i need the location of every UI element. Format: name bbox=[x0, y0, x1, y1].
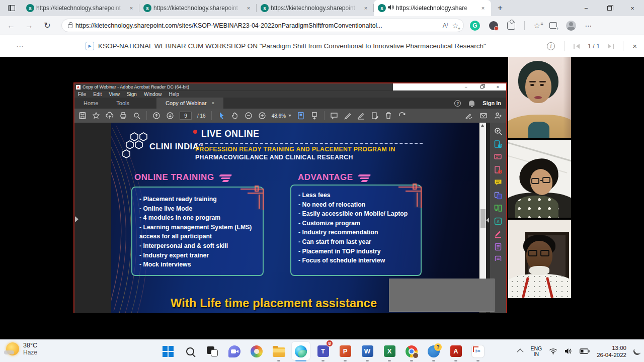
protect-tool-icon[interactable] bbox=[494, 242, 503, 251]
sign-in-button[interactable]: Sign In bbox=[482, 100, 501, 106]
email-icon[interactable] bbox=[479, 112, 488, 120]
acrobat-tab-home[interactable]: Home bbox=[74, 98, 107, 109]
save-icon[interactable] bbox=[78, 112, 87, 120]
tab-close-icon[interactable]: × bbox=[245, 4, 253, 12]
more-tools-icon[interactable] bbox=[494, 255, 503, 261]
word-button[interactable]: W bbox=[356, 340, 378, 362]
hand-tool-icon[interactable] bbox=[231, 112, 239, 120]
pen-share-icon[interactable] bbox=[465, 112, 473, 120]
chrome-button[interactable] bbox=[400, 340, 423, 362]
menu-file[interactable]: File bbox=[74, 92, 90, 97]
star-icon[interactable] bbox=[92, 112, 100, 120]
menu-edit[interactable]: Edit bbox=[90, 92, 105, 97]
teams-button[interactable]: T8 bbox=[312, 340, 334, 362]
address-bar[interactable]: https://kietechnology.sharepoint.com/sit… bbox=[61, 19, 464, 32]
delete-icon[interactable] bbox=[384, 112, 392, 120]
scrollbar-thumb[interactable] bbox=[480, 209, 486, 228]
new-tab-button[interactable]: + bbox=[493, 1, 507, 15]
extensions-puzzle-icon[interactable] bbox=[507, 22, 515, 30]
tab-audio-icon[interactable] bbox=[388, 5, 394, 12]
browser-tab-4-active[interactable]: s https://kietechnology.share × bbox=[374, 0, 491, 16]
battery-icon[interactable] bbox=[580, 348, 590, 354]
viewer-more-menu[interactable]: ⋯ bbox=[16, 42, 24, 51]
acrobat-restore-button[interactable] bbox=[480, 85, 484, 88]
next-item-icon[interactable] bbox=[608, 44, 614, 49]
comment-icon[interactable] bbox=[330, 112, 338, 120]
edit-pdf-tool-icon[interactable] bbox=[494, 152, 503, 161]
notifications-bell-icon[interactable] bbox=[469, 101, 474, 106]
language-indicator[interactable]: ENG IN bbox=[530, 346, 542, 357]
forward-button[interactable]: → bbox=[22, 19, 36, 33]
tab-actions-icon[interactable] bbox=[4, 2, 19, 14]
search-icon[interactable] bbox=[133, 112, 141, 120]
minimize-button[interactable]: − bbox=[575, 0, 598, 16]
participant-video-3[interactable] bbox=[508, 220, 571, 298]
doc-tab-close-icon[interactable]: × bbox=[212, 101, 214, 106]
left-panel-toggle-icon[interactable] bbox=[75, 216, 78, 222]
print-icon[interactable] bbox=[119, 112, 127, 120]
signature-pen-icon[interactable] bbox=[357, 112, 365, 120]
menu-view[interactable]: View bbox=[105, 92, 123, 97]
get-help-button[interactable]: ? bbox=[423, 340, 445, 362]
clock-widget[interactable]: 13:00 26-04-2022 bbox=[597, 344, 626, 358]
organize-pages-tool-icon[interactable] bbox=[494, 204, 503, 213]
hidden-icons-chevron[interactable] bbox=[517, 349, 524, 355]
profile-avatar[interactable] bbox=[566, 21, 576, 31]
page-fit-icon[interactable] bbox=[297, 112, 305, 120]
next-page-icon[interactable] bbox=[166, 112, 174, 120]
info-icon[interactable]: i bbox=[547, 42, 555, 50]
menu-help[interactable]: Help bbox=[165, 92, 183, 97]
close-button[interactable]: × bbox=[621, 0, 644, 16]
previous-page-icon[interactable] bbox=[152, 112, 160, 120]
restore-button[interactable] bbox=[598, 0, 621, 16]
grammarly-extension-icon[interactable]: G bbox=[470, 21, 480, 31]
scroll-up-icon[interactable] bbox=[481, 124, 484, 127]
start-button[interactable] bbox=[157, 340, 179, 362]
browser-tab-1[interactable]: s https://kietechnology.sharepoint × bbox=[22, 0, 139, 16]
browser-tab-2[interactable]: s https://kietechnology.sharepoint × bbox=[139, 0, 257, 16]
help-circle-icon[interactable]: ? bbox=[454, 100, 461, 107]
menu-window[interactable]: Window bbox=[140, 92, 166, 97]
highlighter-icon[interactable] bbox=[344, 112, 352, 120]
snipping-tool-button[interactable]: ✂ bbox=[467, 340, 489, 362]
file-explorer-button[interactable] bbox=[268, 340, 290, 362]
weather-widget[interactable]: 38°C Haze bbox=[6, 342, 37, 356]
favorite-star-icon[interactable]: ☆+ bbox=[452, 22, 458, 30]
previous-item-icon[interactable] bbox=[574, 44, 580, 49]
tab-close-icon[interactable]: × bbox=[362, 4, 370, 12]
menu-sign[interactable]: Sign bbox=[123, 92, 140, 97]
url-text[interactable]: https://kietechnology.sharepoint.com/sit… bbox=[75, 22, 439, 29]
page-number-field[interactable]: 9 bbox=[180, 112, 192, 120]
fill-sign-icon[interactable] bbox=[371, 112, 379, 120]
add-person-icon[interactable] bbox=[494, 112, 502, 120]
extension-icon[interactable] bbox=[489, 21, 498, 30]
browser-more-menu[interactable]: ⋯ bbox=[585, 22, 593, 30]
acrobat-minimize-button[interactable]: − bbox=[464, 85, 467, 89]
powerpoint-button[interactable]: P bbox=[334, 340, 356, 362]
zoom-out-icon[interactable] bbox=[245, 112, 253, 120]
refresh-button[interactable]: ↻ bbox=[40, 19, 54, 33]
browser-tab-3[interactable]: s https://kietechnology.sharepoint × bbox=[257, 0, 374, 16]
acrobat-taskbar-button[interactable]: A bbox=[445, 340, 467, 362]
cloud-upload-icon[interactable] bbox=[106, 112, 114, 120]
create-pdf-tool-icon[interactable] bbox=[494, 165, 503, 174]
acrobat-close-button[interactable]: × bbox=[497, 85, 499, 89]
read-aloud-icon[interactable]: A) bbox=[443, 22, 448, 29]
acrobat-tab-tools[interactable]: Tools bbox=[107, 98, 138, 109]
comment-tool-icon[interactable] bbox=[494, 178, 503, 187]
scroll-mode-icon[interactable] bbox=[310, 112, 318, 120]
zoom-level-control[interactable]: 48.6% bbox=[272, 113, 291, 119]
search-tool-icon[interactable] bbox=[494, 127, 503, 136]
chat-button[interactable] bbox=[223, 340, 246, 362]
focus-assist-moon-icon[interactable] bbox=[633, 347, 642, 356]
export-pdf-tool-icon[interactable] bbox=[494, 140, 503, 149]
paint-button[interactable] bbox=[246, 340, 268, 362]
tab-close-icon[interactable]: × bbox=[479, 4, 487, 12]
tab-close-icon[interactable]: × bbox=[127, 4, 135, 12]
fill-sign-tool-icon[interactable] bbox=[494, 229, 503, 238]
right-panel-toggle-icon[interactable] bbox=[486, 218, 489, 223]
viewer-close-icon[interactable]: × bbox=[632, 42, 637, 50]
edge-button[interactable] bbox=[290, 340, 312, 362]
volume-icon[interactable] bbox=[565, 348, 573, 354]
taskbar-search-button[interactable] bbox=[179, 340, 201, 362]
